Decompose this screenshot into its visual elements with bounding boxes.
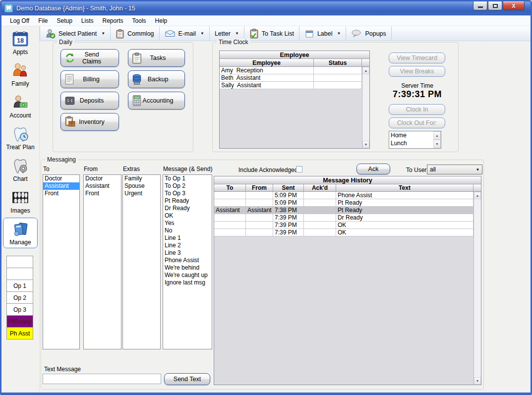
- view-breaks-button[interactable]: View Breaks: [389, 66, 445, 77]
- toolbar-select-patient-button[interactable]: Select Patient▼: [40, 26, 111, 41]
- listbox-from[interactable]: DoctorAssistantFront: [83, 174, 121, 349]
- accounting-button[interactable]: Accounting: [128, 92, 185, 110]
- sidebar-module-treat-plan[interactable]: Treat' Plan: [3, 122, 38, 153]
- billing-button[interactable]: Billing: [60, 70, 119, 88]
- minimize-button[interactable]: [473, 1, 487, 10]
- scroll-up-icon[interactable]: ▲: [433, 131, 441, 140]
- table-row[interactable]: Beth Assistant: [220, 74, 362, 82]
- column-header-from[interactable]: From: [246, 184, 273, 191]
- column-header-status[interactable]: Status: [314, 59, 362, 66]
- list-item-no[interactable]: No: [163, 227, 212, 234]
- list-item-assistant[interactable]: Assistant: [43, 182, 79, 190]
- menu-file[interactable]: File: [34, 16, 52, 26]
- list-item-urgent[interactable]: Urgent: [123, 190, 160, 197]
- scroll-up-icon[interactable]: ▲: [362, 67, 369, 74]
- table-row[interactable]: Sally Assistant: [220, 82, 362, 89]
- list-item-front[interactable]: Front: [84, 190, 121, 197]
- menu-reports[interactable]: Reports: [98, 16, 128, 26]
- list-item-to-op-1[interactable]: To Op 1: [163, 175, 212, 182]
- list-item-to-op-2[interactable]: To Op 2: [163, 182, 212, 190]
- backup-button[interactable]: Backup: [128, 70, 185, 88]
- list-item-line-3[interactable]: Line 3: [163, 249, 212, 257]
- list-item-pt-ready[interactable]: Pt Ready: [163, 197, 212, 205]
- maximize-button[interactable]: [488, 1, 502, 10]
- list-item-front[interactable]: Front: [43, 190, 79, 197]
- sidebar-module-appts[interactable]: 18Appts: [3, 27, 38, 58]
- table-row[interactable]: 5:09 PMPt Ready: [214, 199, 473, 207]
- list-item-family[interactable]: Family: [123, 175, 160, 182]
- op-cell-ph-asst[interactable]: Ph Asst: [6, 327, 33, 339]
- op-cell-op-3[interactable]: Op 3: [6, 303, 33, 316]
- tasks-button[interactable]: Tasks: [128, 49, 185, 67]
- clock-out-for-button[interactable]: Clock Out For:: [389, 117, 445, 128]
- clock-in-button[interactable]: Clock In: [389, 104, 445, 115]
- ack-button[interactable]: Ack: [356, 164, 390, 174]
- menu-help[interactable]: Help: [151, 16, 172, 26]
- menu-setup[interactable]: Setup: [52, 16, 76, 26]
- table-row[interactable]: AssistantAssistant7:38 PMPt Ready: [214, 207, 473, 214]
- table-row[interactable]: 5:09 PMPhone Assist: [214, 192, 473, 199]
- list-item-lunch[interactable]: Lunch: [389, 139, 433, 147]
- table-row[interactable]: 7:39 PMDr Ready: [214, 214, 473, 222]
- listbox-message-send[interactable]: To Op 1To Op 2To Op 3Pt ReadyDr ReadyOKY…: [163, 174, 212, 349]
- list-item-home[interactable]: Home: [389, 131, 433, 139]
- list-item-we-re-behind[interactable]: We're behind: [163, 264, 212, 272]
- sidebar-module-chart[interactable]: Chart: [3, 154, 38, 185]
- deposits-button[interactable]: Deposits: [60, 92, 119, 110]
- toolbar-popups-button[interactable]: Popups: [346, 26, 391, 41]
- clock-out-options-list[interactable]: HomeLunch ▲ ▼: [389, 131, 441, 149]
- table-row[interactable]: 7:39 PMOK: [214, 222, 473, 229]
- list-item-phone-assist[interactable]: Phone Assist: [163, 257, 212, 264]
- sidebar-module-images[interactable]: Images: [3, 186, 38, 217]
- sidebar-module-account[interactable]: Account: [3, 91, 38, 121]
- op-cell-op-2[interactable]: Op 2: [6, 291, 33, 304]
- list-item-ok[interactable]: OK: [163, 212, 212, 220]
- list-item-dr-ready[interactable]: Dr Ready: [163, 205, 212, 212]
- toolbar-e-mail-button[interactable]: E-mail▼: [160, 26, 210, 41]
- sidebar-module-manage[interactable]: Manage: [3, 218, 38, 248]
- menu-log-off[interactable]: Log Off: [5, 16, 34, 26]
- op-cell-ptready[interactable]: PtReady: [6, 315, 33, 328]
- chevron-down-icon[interactable]: ▼: [235, 31, 239, 36]
- toolbar-commlog-button[interactable]: Commlog: [111, 26, 160, 41]
- menu-lists[interactable]: Lists: [77, 16, 98, 26]
- list-item-line-2[interactable]: Line 2: [163, 242, 212, 249]
- column-header-sent[interactable]: Sent: [273, 184, 304, 191]
- inventory-button[interactable]: Inventory: [60, 113, 119, 131]
- chevron-down-icon[interactable]: ▼: [337, 31, 341, 36]
- op-cell-empty-1[interactable]: [6, 268, 33, 280]
- list-item-doctor[interactable]: Doctor: [84, 175, 121, 182]
- list-item-spouse[interactable]: Spouse: [123, 182, 160, 190]
- to-user-combobox[interactable]: all ▼: [427, 165, 482, 174]
- scroll-up-icon[interactable]: ▲: [474, 192, 481, 199]
- table-row[interactable]: 7:39 PMOK: [214, 229, 473, 236]
- list-item-doctor[interactable]: Doctor: [43, 175, 79, 182]
- toolbar-to-task-list-button[interactable]: To Task List: [244, 26, 299, 41]
- list-item-yes[interactable]: Yes: [163, 220, 212, 227]
- list-item-to-op-3[interactable]: To Op 3: [163, 190, 212, 197]
- column-header-text[interactable]: Text: [336, 184, 473, 191]
- include-acknowledged-checkbox[interactable]: [296, 166, 302, 172]
- clock-out-options-scrollbar[interactable]: ▲ ▼: [433, 131, 441, 148]
- column-header-to[interactable]: To: [214, 184, 246, 191]
- listbox-to[interactable]: DoctorAssistantFront: [43, 174, 80, 349]
- column-header-employee[interactable]: Employee: [220, 59, 314, 66]
- message-history-scrollbar[interactable]: ▲ ▼: [473, 192, 481, 385]
- list-item-we-re-caught-up[interactable]: We're caught up: [163, 272, 212, 279]
- chevron-down-icon[interactable]: ▼: [101, 31, 105, 36]
- send-claims-button[interactable]: Send Claims: [60, 49, 119, 67]
- list-item-ignore-last-msg[interactable]: Ignore last msg: [163, 279, 212, 286]
- column-header-ack-d[interactable]: Ack'd: [304, 184, 336, 191]
- text-message-input[interactable]: [43, 374, 161, 384]
- scroll-down-icon[interactable]: ▼: [362, 141, 369, 148]
- op-cell-op-1[interactable]: Op 1: [6, 280, 33, 292]
- menu-tools[interactable]: Tools: [128, 16, 151, 26]
- scroll-down-icon[interactable]: ▼: [433, 140, 441, 148]
- employee-grid-scrollbar[interactable]: ▲ ▼: [362, 67, 369, 148]
- send-text-button[interactable]: Send Text: [164, 373, 210, 385]
- toolbar-label-button[interactable]: Label▼: [299, 26, 347, 41]
- close-button[interactable]: X: [503, 1, 525, 10]
- list-item-assistant[interactable]: Assistant: [84, 182, 121, 190]
- table-row[interactable]: Amy Reception: [220, 67, 362, 74]
- chevron-down-icon[interactable]: ▼: [200, 31, 204, 36]
